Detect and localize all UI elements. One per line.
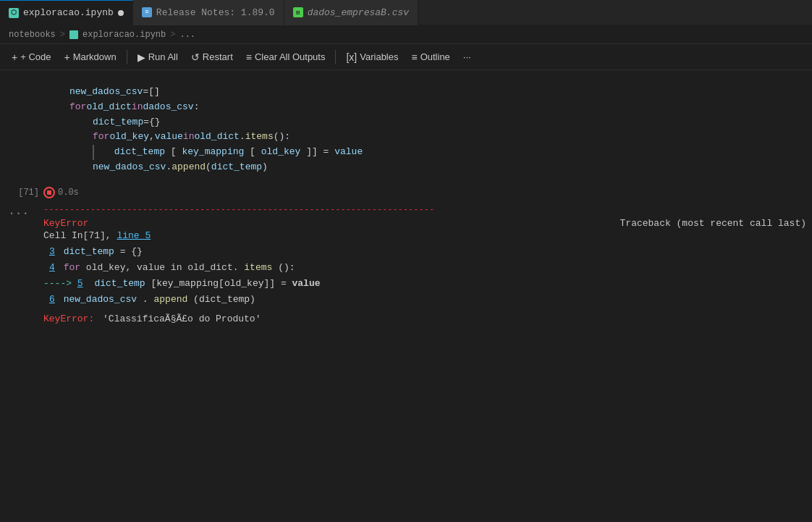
line-num-3[interactable]: 3 — [43, 246, 55, 257]
code-label: + Code — [20, 51, 51, 62]
code-token: dict_temp — [114, 146, 165, 157]
code-token: [] — [148, 85, 160, 100]
variables-label: Variables — [360, 51, 398, 62]
code-token: for old_key, value in old_dict. items ()… — [61, 262, 295, 273]
traceback-label: Traceback (most recent call last) — [620, 218, 806, 229]
notebook-icon: ⬡ — [9, 8, 19, 18]
tab-csv[interactable]: ⊞ dados_empresaB.csv — [284, 0, 418, 25]
main-content: new_dados_csv = [] for old_dict in dados… — [0, 70, 812, 327]
separator-1 — [127, 50, 127, 64]
clear-outputs-label: Clear All Outputs — [255, 51, 326, 62]
code-token: = — [143, 115, 149, 130]
code-token: key_mapping — [182, 146, 244, 157]
code-token: append — [172, 160, 206, 175]
code-token: : — [194, 100, 200, 115]
restart-label: Restart — [203, 51, 233, 62]
code-token: ( — [206, 160, 211, 175]
line-ref-link[interactable]: line 5 — [117, 230, 151, 241]
tab-bar: ⬡ exploracao.ipynb ≡ Release Notes: 1.89… — [0, 0, 812, 25]
code-line-2: for old_dict in dados_csv : — [43, 100, 806, 115]
restart-button[interactable]: ↺ Restart — [185, 49, 239, 66]
code-token: . — [166, 160, 172, 175]
cell-code-body: new_dados_csv = [] for old_dict in dados… — [43, 76, 812, 184]
separator-2 — [335, 50, 336, 64]
line-num-5[interactable]: 5 — [77, 278, 83, 289]
cell-status-row: [71] 0.0s — [0, 184, 812, 201]
error-value-label: KeyError: — [43, 313, 94, 324]
release-icon: ≡ — [142, 7, 152, 17]
line-num-4[interactable]: 4 — [43, 262, 55, 273]
breadcrumb-sep2: > — [170, 30, 175, 40]
more-label: ··· — [463, 51, 471, 62]
code-token: old_key — [261, 146, 301, 157]
code-line-6: new_dados_csv . append ( dict_temp ) — [43, 160, 806, 175]
restart-icon: ↺ — [191, 51, 200, 63]
error-separator: ----------------------------------------… — [43, 204, 806, 216]
outline-icon: ≡ — [411, 51, 417, 63]
code-block: new_dados_csv = [] for old_dict in dados… — [43, 82, 806, 178]
error-value-line: KeyError: 'ClassificaÃ§Ã£o do Produto' — [43, 313, 806, 324]
toolbar: + + Code + Markdown ▶ Run All ↺ Restart … — [0, 44, 812, 70]
exec-indicator: 0.0s — [43, 187, 79, 198]
tab-notebook[interactable]: ⬡ exploracao.ipynb — [0, 0, 133, 25]
code-token: , — [149, 130, 155, 145]
tab-notebook-label: exploracao.ipynb — [23, 7, 114, 18]
tab-csv-label: dados_empresaB.csv — [308, 7, 409, 18]
code-line-3: dict_temp = {} — [43, 115, 806, 130]
variables-button[interactable]: [x] Variables — [340, 49, 404, 66]
breadcrumb-sep1: > — [60, 30, 65, 40]
error-type: KeyError — [43, 218, 88, 229]
traceback-line-3: 3 dict_temp = {} — [43, 244, 806, 260]
line-num-6[interactable]: 6 — [43, 294, 55, 305]
plus-icon: + — [12, 51, 17, 63]
traceback-line-6: 6 new_dados_csv . append (dict_temp) — [43, 292, 806, 308]
clear-icon: ≡ — [246, 51, 252, 63]
add-markdown-button[interactable]: + Markdown — [58, 49, 122, 66]
breadcrumb-ellipsis[interactable]: ... — [179, 30, 195, 40]
code-token: [ — [250, 146, 255, 157]
code-token: . — [240, 130, 245, 145]
code-token: items — [245, 130, 274, 145]
code-token: value — [334, 146, 363, 157]
code-token: ]] = — [306, 146, 334, 157]
code-token: old_dict — [86, 100, 131, 115]
breadcrumb: notebooks > exploracao.ipynb > ... — [0, 25, 812, 44]
output-gutter: ··· — [0, 201, 38, 327]
outline-label: Outline — [420, 51, 450, 62]
code-token: dict_temp = {} — [61, 246, 143, 257]
code-token: new_dados_csv — [93, 160, 166, 175]
code-token: for — [93, 130, 109, 145]
code-token: old_key — [109, 130, 149, 145]
code-token: dict_temp — [211, 160, 262, 175]
breadcrumb-file[interactable]: exploracao.ipynb — [83, 30, 166, 40]
code-token: new_dados_csv . append (dict_temp) — [61, 294, 255, 305]
code-token: ) — [262, 160, 268, 175]
traceback-line-4: 4 for old_key, value in old_dict. items … — [43, 260, 806, 276]
cell-ref: Cell In[71], line 5 — [43, 230, 806, 241]
tab-release-label: Release Notes: 1.89.0 — [156, 7, 275, 18]
add-code-button[interactable]: + + Code — [6, 49, 56, 66]
run-icon: ▶ — [138, 51, 145, 63]
traceback-lines: 3 dict_temp = {} 4 for old_key, value in… — [43, 244, 806, 308]
run-all-label: Run All — [148, 51, 178, 62]
run-all-button[interactable]: ▶ Run All — [132, 49, 184, 66]
tab-release[interactable]: ≡ Release Notes: 1.89.0 — [133, 0, 284, 25]
code-token: for — [69, 100, 86, 115]
more-button[interactable]: ··· — [457, 49, 477, 65]
code-token: dict_temp [key_mapping[old_key]] = value — [88, 278, 320, 289]
plus-markdown-icon: + — [64, 51, 69, 63]
code-line-1: new_dados_csv = [] — [43, 85, 806, 100]
output-ellipsis[interactable]: ··· — [5, 206, 32, 222]
code-token: [ — [171, 146, 177, 157]
code-token: (): — [274, 130, 290, 145]
error-value: 'ClassificaÃ§Ã£o do Produto' — [100, 313, 261, 324]
variables-icon: [x] — [346, 51, 357, 63]
code-line-5: dict_temp [ key_mapping [ old_key ]] = v… — [43, 145, 806, 160]
cell-exec-number: [71] — [6, 188, 43, 198]
breadcrumb-notebooks[interactable]: notebooks — [9, 30, 56, 40]
clear-all-outputs-button[interactable]: ≡ Clear All Outputs — [240, 49, 331, 66]
code-cell: new_dados_csv = [] for old_dict in dados… — [0, 76, 812, 184]
cell-ref-text: Cell In[71], — [43, 230, 117, 241]
code-token: {} — [149, 115, 161, 130]
outline-button[interactable]: ≡ Outline — [405, 49, 455, 66]
